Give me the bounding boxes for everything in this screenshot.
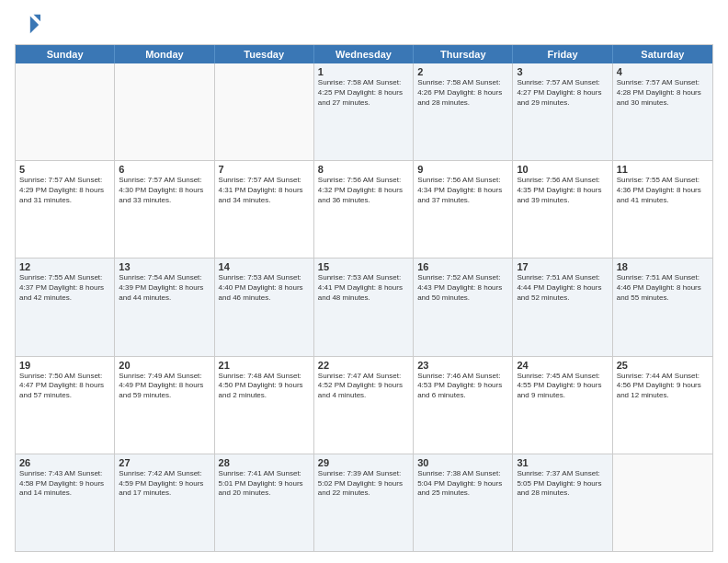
- day-number: 10: [517, 164, 608, 175]
- day-number: 5: [19, 164, 110, 175]
- calendar-cell: 13Sunrise: 7:54 AM Sunset: 4:39 PM Dayli…: [115, 259, 214, 355]
- calendar-cell: 6Sunrise: 7:57 AM Sunset: 4:30 PM Daylig…: [115, 161, 214, 258]
- calendar-cell: 15Sunrise: 7:53 AM Sunset: 4:41 PM Dayli…: [314, 259, 414, 355]
- day-number: 13: [119, 261, 210, 272]
- day-number: 7: [219, 164, 310, 175]
- weekday-header: Wednesday: [314, 45, 414, 63]
- day-number: 14: [219, 261, 310, 272]
- cell-info: Sunrise: 7:51 AM Sunset: 4:46 PM Dayligh…: [617, 273, 709, 303]
- day-number: 22: [318, 360, 409, 371]
- calendar-row: 5Sunrise: 7:57 AM Sunset: 4:29 PM Daylig…: [16, 160, 712, 258]
- cell-info: Sunrise: 7:53 AM Sunset: 4:40 PM Dayligh…: [219, 273, 310, 303]
- calendar-row: 26Sunrise: 7:43 AM Sunset: 4:58 PM Dayli…: [16, 454, 712, 551]
- calendar-cell: 9Sunrise: 7:56 AM Sunset: 4:34 PM Daylig…: [414, 161, 513, 258]
- calendar-cell: 25Sunrise: 7:44 AM Sunset: 4:56 PM Dayli…: [613, 357, 712, 454]
- day-number: 20: [119, 360, 210, 371]
- day-number: 11: [617, 164, 709, 175]
- weekday-header: Sunday: [16, 45, 115, 63]
- day-number: 19: [19, 360, 110, 371]
- header: [15, 11, 713, 37]
- calendar: SundayMondayTuesdayWednesdayThursdayFrid…: [15, 44, 713, 552]
- cell-info: Sunrise: 7:42 AM Sunset: 4:59 PM Dayligh…: [119, 469, 210, 499]
- day-number: 31: [517, 457, 608, 468]
- cell-info: Sunrise: 7:55 AM Sunset: 4:37 PM Dayligh…: [19, 273, 110, 303]
- cell-info: Sunrise: 7:57 AM Sunset: 4:31 PM Dayligh…: [219, 176, 310, 205]
- calendar-cell: 17Sunrise: 7:51 AM Sunset: 4:44 PM Dayli…: [513, 259, 612, 355]
- cell-info: Sunrise: 7:56 AM Sunset: 4:35 PM Dayligh…: [517, 176, 608, 205]
- calendar-cell: 27Sunrise: 7:42 AM Sunset: 4:59 PM Dayli…: [115, 454, 214, 551]
- cell-info: Sunrise: 7:38 AM Sunset: 5:04 PM Dayligh…: [417, 469, 508, 499]
- cell-info: Sunrise: 7:41 AM Sunset: 5:01 PM Dayligh…: [219, 469, 310, 499]
- calendar-cell: 12Sunrise: 7:55 AM Sunset: 4:37 PM Dayli…: [16, 259, 115, 355]
- weekday-header: Thursday: [414, 45, 513, 63]
- cell-info: Sunrise: 7:57 AM Sunset: 4:28 PM Dayligh…: [617, 78, 709, 108]
- calendar-header: SundayMondayTuesdayWednesdayThursdayFrid…: [16, 45, 712, 63]
- calendar-row: 1Sunrise: 7:58 AM Sunset: 4:25 PM Daylig…: [16, 63, 712, 160]
- calendar-row: 19Sunrise: 7:50 AM Sunset: 4:47 PM Dayli…: [16, 356, 712, 454]
- calendar-cell: 20Sunrise: 7:49 AM Sunset: 4:49 PM Dayli…: [115, 357, 214, 454]
- calendar-cell: 1Sunrise: 7:58 AM Sunset: 4:25 PM Daylig…: [314, 63, 414, 160]
- calendar-cell: [613, 454, 712, 551]
- day-number: 4: [617, 66, 709, 77]
- calendar-cell: 31Sunrise: 7:37 AM Sunset: 5:05 PM Dayli…: [513, 454, 612, 551]
- cell-info: Sunrise: 7:43 AM Sunset: 4:58 PM Dayligh…: [19, 469, 110, 499]
- logo: [15, 11, 44, 37]
- calendar-cell: 23Sunrise: 7:46 AM Sunset: 4:53 PM Dayli…: [414, 357, 513, 454]
- calendar-cell: 5Sunrise: 7:57 AM Sunset: 4:29 PM Daylig…: [16, 161, 115, 258]
- day-number: 26: [19, 457, 110, 468]
- weekday-header: Saturday: [613, 45, 712, 63]
- cell-info: Sunrise: 7:57 AM Sunset: 4:29 PM Dayligh…: [19, 176, 110, 205]
- calendar-cell: 7Sunrise: 7:57 AM Sunset: 4:31 PM Daylig…: [215, 161, 314, 258]
- cell-info: Sunrise: 7:58 AM Sunset: 4:25 PM Dayligh…: [318, 78, 409, 108]
- cell-info: Sunrise: 7:51 AM Sunset: 4:44 PM Dayligh…: [517, 273, 608, 303]
- day-number: 17: [517, 261, 608, 272]
- calendar-cell: 21Sunrise: 7:48 AM Sunset: 4:50 PM Dayli…: [215, 357, 314, 454]
- day-number: 25: [617, 360, 709, 371]
- calendar-cell: 2Sunrise: 7:58 AM Sunset: 4:26 PM Daylig…: [414, 63, 513, 160]
- day-number: 28: [219, 457, 310, 468]
- day-number: 2: [417, 66, 508, 77]
- logo-icon: [15, 11, 40, 37]
- day-number: 6: [119, 164, 210, 175]
- calendar-cell: 18Sunrise: 7:51 AM Sunset: 4:46 PM Dayli…: [613, 259, 712, 355]
- calendar-row: 12Sunrise: 7:55 AM Sunset: 4:37 PM Dayli…: [16, 258, 712, 355]
- cell-info: Sunrise: 7:39 AM Sunset: 5:02 PM Dayligh…: [318, 469, 409, 499]
- day-number: 23: [417, 360, 508, 371]
- calendar-cell: 3Sunrise: 7:57 AM Sunset: 4:27 PM Daylig…: [513, 63, 612, 160]
- day-number: 1: [318, 66, 409, 77]
- calendar-cell: 11Sunrise: 7:55 AM Sunset: 4:36 PM Dayli…: [613, 161, 712, 258]
- calendar-cell: 14Sunrise: 7:53 AM Sunset: 4:40 PM Dayli…: [215, 259, 314, 355]
- day-number: 12: [19, 261, 110, 272]
- calendar-cell: 16Sunrise: 7:52 AM Sunset: 4:43 PM Dayli…: [414, 259, 513, 355]
- cell-info: Sunrise: 7:54 AM Sunset: 4:39 PM Dayligh…: [119, 273, 210, 303]
- day-number: 18: [617, 261, 709, 272]
- calendar-cell: [115, 63, 214, 160]
- calendar-cell: 29Sunrise: 7:39 AM Sunset: 5:02 PM Dayli…: [314, 454, 414, 551]
- cell-info: Sunrise: 7:37 AM Sunset: 5:05 PM Dayligh…: [517, 469, 608, 499]
- cell-info: Sunrise: 7:46 AM Sunset: 4:53 PM Dayligh…: [417, 372, 508, 401]
- calendar-cell: [215, 63, 314, 160]
- calendar-cell: 8Sunrise: 7:56 AM Sunset: 4:32 PM Daylig…: [314, 161, 414, 258]
- calendar-cell: 26Sunrise: 7:43 AM Sunset: 4:58 PM Dayli…: [16, 454, 115, 551]
- day-number: 29: [318, 457, 409, 468]
- calendar-cell: 22Sunrise: 7:47 AM Sunset: 4:52 PM Dayli…: [314, 357, 414, 454]
- day-number: 16: [417, 261, 508, 272]
- cell-info: Sunrise: 7:53 AM Sunset: 4:41 PM Dayligh…: [318, 273, 409, 303]
- cell-info: Sunrise: 7:58 AM Sunset: 4:26 PM Dayligh…: [417, 78, 508, 108]
- day-number: 30: [417, 457, 508, 468]
- calendar-cell: [16, 63, 115, 160]
- cell-info: Sunrise: 7:56 AM Sunset: 4:34 PM Dayligh…: [417, 176, 508, 205]
- cell-info: Sunrise: 7:56 AM Sunset: 4:32 PM Dayligh…: [318, 176, 409, 205]
- cell-info: Sunrise: 7:57 AM Sunset: 4:27 PM Dayligh…: [517, 78, 608, 108]
- day-number: 15: [318, 261, 409, 272]
- cell-info: Sunrise: 7:55 AM Sunset: 4:36 PM Dayligh…: [617, 176, 709, 205]
- cell-info: Sunrise: 7:45 AM Sunset: 4:55 PM Dayligh…: [517, 372, 608, 401]
- cell-info: Sunrise: 7:44 AM Sunset: 4:56 PM Dayligh…: [617, 372, 709, 401]
- weekday-header: Monday: [115, 45, 214, 63]
- cell-info: Sunrise: 7:52 AM Sunset: 4:43 PM Dayligh…: [417, 273, 508, 303]
- weekday-header: Tuesday: [215, 45, 314, 63]
- day-number: 24: [517, 360, 608, 371]
- day-number: 21: [219, 360, 310, 371]
- calendar-cell: 10Sunrise: 7:56 AM Sunset: 4:35 PM Dayli…: [513, 161, 612, 258]
- cell-info: Sunrise: 7:49 AM Sunset: 4:49 PM Dayligh…: [119, 372, 210, 401]
